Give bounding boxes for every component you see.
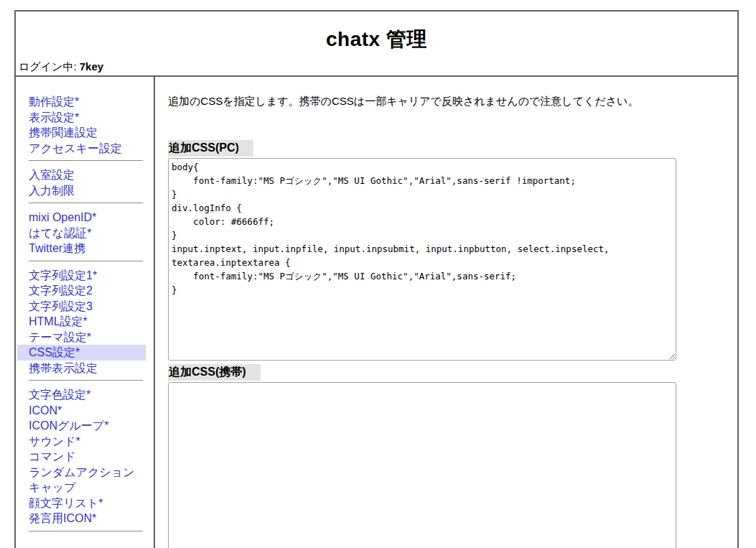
sidebar-item-behavior-settings[interactable]: 動作設定* — [17, 94, 146, 110]
sidebar-separator — [29, 160, 143, 161]
mobile-css-section: 追加CSS(携帯) — [168, 364, 726, 381]
sidebar-item-icon-group[interactable]: ICONグループ* — [17, 418, 146, 434]
sidebar-group: 文字列設定1*文字列設定2文字列設定3HTML設定*テーマ設定*CSS設定*携帯… — [17, 268, 154, 376]
sidebar-item-input-restrictions[interactable]: 入力制限 — [17, 183, 146, 199]
sidebar-item-cap[interactable]: キャップ — [17, 480, 146, 496]
sidebar-item-mobile-related-settings[interactable]: 携帯関連設定 — [17, 125, 146, 141]
sidebar-item-string-settings-3[interactable]: 文字列設定3 — [17, 299, 146, 315]
sidebar-separator — [29, 203, 143, 203]
sidebar-item-entry-settings[interactable]: 入室設定 — [17, 167, 146, 183]
sidebar-item-command[interactable]: コマンド — [17, 449, 146, 465]
sidebar-group: mixi OpenID*はてな認証*Twitter連携 — [17, 210, 154, 256]
sidebar-group: 文字色設定*ICON*ICONグループ*サウンド*コマンドランダムアクションキャ… — [17, 387, 154, 526]
sidebar-group: 動作設定*表示設定*携帯関連設定アクセスキー設定 — [17, 94, 154, 156]
sidebar-item-icon[interactable]: ICON* — [17, 403, 146, 419]
sidebar-item-emoticon-list[interactable]: 顔文字リスト* — [17, 496, 146, 511]
login-status-label: ログイン中: — [19, 60, 80, 73]
sidebar-item-html-settings[interactable]: HTML設定* — [17, 314, 146, 330]
sidebar-group: 入室設定入力制限 — [17, 167, 154, 198]
mobile-css-label: 追加CSS(携帯) — [168, 364, 261, 381]
main-content: 追加のCSSを指定します。携帯のCSSは一部キャリアで反映されませんので注意して… — [155, 77, 737, 548]
login-user-name: 7key — [80, 60, 103, 73]
sidebar-item-post-icon[interactable]: 発言用ICON* — [17, 511, 146, 526]
sidebar-item-access-key-settings[interactable]: アクセスキー設定 — [17, 141, 146, 157]
sidebar-item-string-settings-2[interactable]: 文字列設定2 — [17, 283, 146, 299]
login-status: ログイン中: 7key — [19, 60, 103, 74]
pc-css-textarea[interactable] — [168, 158, 676, 361]
page-title: chatx 管理 — [16, 11, 737, 53]
sidebar-separator — [29, 261, 143, 261]
page-header: chatx 管理 ログイン中: 7key — [16, 11, 737, 77]
sidebar-item-string-settings-1[interactable]: 文字列設定1* — [17, 268, 146, 284]
intro-text: 追加のCSSを指定します。携帯のCSSは一部キャリアで反映されませんので注意して… — [168, 94, 726, 108]
sidebar-item-random-action[interactable]: ランダムアクション — [17, 465, 146, 480]
sidebar-item-hatena-auth[interactable]: はてな認証* — [17, 226, 146, 241]
body-row: 動作設定*表示設定*携帯関連設定アクセスキー設定入室設定入力制限mixi Ope… — [16, 77, 737, 548]
sidebar-nav: 動作設定*表示設定*携帯関連設定アクセスキー設定入室設定入力制限mixi Ope… — [16, 77, 155, 548]
pc-css-label: 追加CSS(PC) — [168, 140, 253, 157]
mobile-css-textarea[interactable] — [168, 382, 676, 548]
pc-css-section: 追加CSS(PC) — [168, 140, 726, 157]
sidebar-separator — [29, 531, 143, 531]
sidebar-item-theme-settings[interactable]: テーマ設定* — [17, 330, 146, 345]
sidebar-item-css-settings[interactable]: CSS設定* — [17, 345, 146, 361]
sidebar-item-twitter-link[interactable]: Twitter連携 — [17, 241, 146, 256]
sidebar-item-mixi-openid[interactable]: mixi OpenID* — [17, 210, 146, 226]
screen: chatx 管理 ログイン中: 7key 動作設定*表示設定*携帯関連設定アクセ… — [0, 0, 756, 548]
sidebar-item-sound[interactable]: サウンド* — [17, 434, 146, 450]
sidebar-item-display-settings[interactable]: 表示設定* — [17, 110, 146, 126]
sidebar-item-mobile-display-settings[interactable]: 携帯表示設定 — [17, 361, 146, 376]
admin-page: chatx 管理 ログイン中: 7key 動作設定*表示設定*携帯関連設定アクセ… — [14, 10, 739, 548]
sidebar-separator — [29, 380, 143, 381]
sidebar-item-text-color-settings[interactable]: 文字色設定* — [17, 387, 146, 403]
